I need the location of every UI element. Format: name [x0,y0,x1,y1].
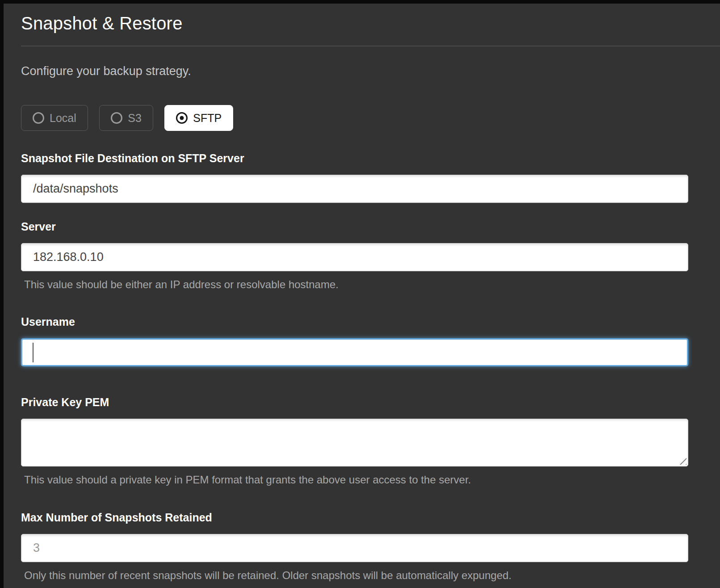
max-snapshots-label: Max Number of Snapshots Retained [21,511,720,524]
destination-field-group: Snapshot File Destination on SFTP Server [21,152,720,203]
private-key-help-text: This value should a private key in PEM f… [24,474,720,486]
radio-selected-icon [176,112,188,124]
username-input[interactable] [21,338,688,366]
radio-unselected-icon [33,112,44,124]
strategy-option-s3[interactable]: S3 [99,105,153,131]
private-key-label: Private Key PEM [21,396,720,409]
page-title: Snapshot & Restore [21,13,720,34]
settings-panel: Snapshot & Restore Configure your backup… [4,4,720,588]
username-label: Username [21,315,720,328]
radio-unselected-icon [111,112,122,124]
strategy-option-label: SFTP [193,112,222,125]
page-subtitle: Configure your backup strategy. [21,64,720,78]
title-divider [21,46,720,46]
server-help-text: This value should be either an IP addres… [24,278,720,291]
destination-input[interactable] [21,175,688,203]
server-input[interactable] [21,243,688,271]
strategy-option-sftp[interactable]: SFTP [164,105,233,131]
max-snapshots-input[interactable] [21,534,688,562]
private-key-textarea[interactable] [21,419,688,466]
strategy-option-label: S3 [128,112,142,125]
strategy-option-local[interactable]: Local [21,105,88,131]
server-field-group: Server This value should be either an IP… [21,220,720,291]
text-cursor [33,343,33,362]
server-label: Server [21,220,720,233]
username-field-group: Username [21,315,720,366]
backup-strategy-options: Local S3 SFTP [21,105,720,131]
max-snapshots-field-group: Max Number of Snapshots Retained Only th… [21,511,720,582]
destination-label: Snapshot File Destination on SFTP Server [21,152,720,165]
strategy-option-label: Local [50,112,76,125]
max-snapshots-help-text: Only this number of recent snapshots wil… [24,569,720,582]
private-key-field-group: Private Key PEM This value should a priv… [21,396,720,486]
